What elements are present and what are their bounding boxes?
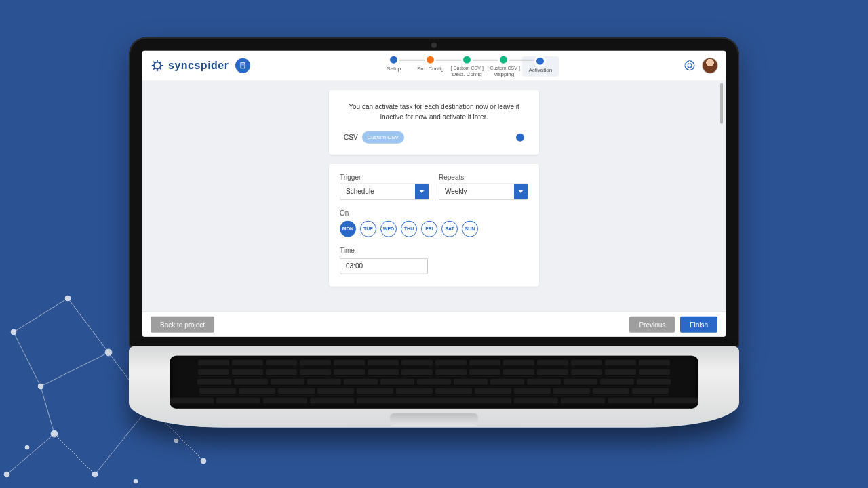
progress-stepper: SetupSrc. Config[ Custom CSV ]Dest. Conf… (257, 54, 677, 78)
trigger-label: Trigger (340, 173, 429, 180)
svg-line-0 (7, 434, 54, 474)
app-screen: syncspider SetupSrc. Config[ Custom CSV … (142, 51, 726, 337)
time-input[interactable]: 03:00 (340, 258, 428, 274)
footer-bar: Back to project Previous Finish (142, 312, 726, 337)
chevron-down-icon (415, 184, 429, 199)
chevron-down-icon (514, 184, 528, 199)
step-label: Setup (387, 66, 401, 72)
step-dot (463, 56, 471, 64)
svg-point-17 (11, 329, 16, 335)
svg-line-29 (153, 68, 155, 70)
day-wed[interactable]: WED (380, 220, 397, 237)
day-fri[interactable]: FRI (421, 220, 437, 237)
svg-point-11 (51, 430, 58, 437)
back-to-project-button[interactable]: Back to project (151, 317, 214, 333)
time-label: Time (340, 246, 528, 253)
on-label: On (340, 209, 528, 216)
svg-line-30 (159, 62, 161, 64)
days-row: MONTUEWEDTHUFRISATSUN (340, 220, 528, 237)
toggle-knob (516, 134, 524, 142)
svg-rect-35 (243, 66, 244, 66)
help-icon[interactable] (684, 60, 696, 72)
svg-rect-31 (241, 63, 245, 68)
svg-line-28 (159, 68, 161, 70)
previous-button[interactable]: Previous (629, 317, 675, 333)
svg-marker-43 (518, 190, 524, 193)
svg-point-18 (65, 296, 71, 301)
svg-line-8 (14, 298, 68, 332)
building-icon (239, 62, 247, 70)
laptop-mockup: syncspider SetupSrc. Config[ Custom CSV … (129, 37, 739, 428)
svg-point-14 (105, 349, 112, 356)
trigger-select[interactable]: Schedule (340, 183, 429, 199)
step-label: Activation (528, 67, 552, 73)
activation-intro-card: You can activate task for each destinati… (329, 90, 539, 155)
destination-chip: Custom CSV (362, 131, 404, 144)
user-avatar[interactable] (703, 58, 717, 73)
svg-point-10 (4, 472, 9, 477)
step-dot (427, 56, 434, 64)
repeats-select[interactable]: Weekly (439, 183, 528, 199)
step-sublabel: [ Custom CSV ] (449, 66, 486, 71)
activate-toggle[interactable] (509, 134, 524, 142)
svg-point-20 (174, 439, 178, 443)
svg-line-3 (41, 352, 108, 386)
step-label: Mapping (493, 71, 514, 77)
page-body: You can activate task for each destinati… (142, 81, 726, 312)
svg-line-1 (54, 434, 95, 474)
intro-text: You can activate task for each destinati… (344, 102, 524, 122)
svg-point-37 (688, 64, 692, 68)
brand-logo-icon (151, 59, 164, 73)
svg-line-9 (68, 298, 108, 352)
brand[interactable]: syncspider (151, 59, 229, 73)
scrollbar-indicator[interactable] (720, 83, 723, 124)
svg-marker-42 (419, 190, 425, 193)
day-sat[interactable]: SAT (441, 220, 458, 237)
svg-point-13 (38, 384, 43, 389)
home-button[interactable] (235, 58, 250, 73)
day-thu[interactable]: THU (401, 220, 417, 237)
laptop-camera (431, 43, 437, 48)
finish-button[interactable]: Finish (680, 317, 717, 333)
step-sublabel: [ Custom CSV ] (486, 66, 522, 71)
day-mon[interactable]: MON (340, 220, 356, 237)
svg-rect-34 (242, 66, 243, 66)
schedule-card: Trigger Schedule Repeats Weekl (329, 163, 539, 286)
day-tue[interactable]: TUE (360, 220, 376, 237)
svg-point-16 (201, 458, 206, 464)
step-label: Dest. Config (452, 71, 482, 77)
topbar: syncspider SetupSrc. Config[ Custom CSV … (142, 51, 726, 81)
step-dot (390, 56, 397, 64)
svg-point-21 (25, 445, 29, 449)
brand-name: syncspider (168, 60, 229, 72)
day-sun[interactable]: SUN (462, 220, 478, 237)
svg-rect-33 (243, 64, 244, 65)
svg-rect-32 (242, 64, 243, 65)
destination-label: CSV (344, 132, 358, 142)
step-dot (536, 58, 544, 65)
svg-point-12 (92, 472, 98, 477)
step-setup[interactable]: Setup (376, 56, 412, 73)
svg-point-19 (134, 479, 138, 483)
svg-line-2 (41, 386, 54, 434)
step-src-config[interactable]: Src. Config (412, 56, 449, 73)
trigger-value: Schedule (340, 184, 415, 199)
step-dot (500, 56, 507, 64)
repeats-label: Repeats (439, 173, 528, 180)
step-label: Src. Config (417, 66, 444, 72)
svg-line-27 (153, 62, 155, 64)
svg-line-7 (14, 332, 41, 386)
repeats-value: Weekly (439, 184, 514, 199)
